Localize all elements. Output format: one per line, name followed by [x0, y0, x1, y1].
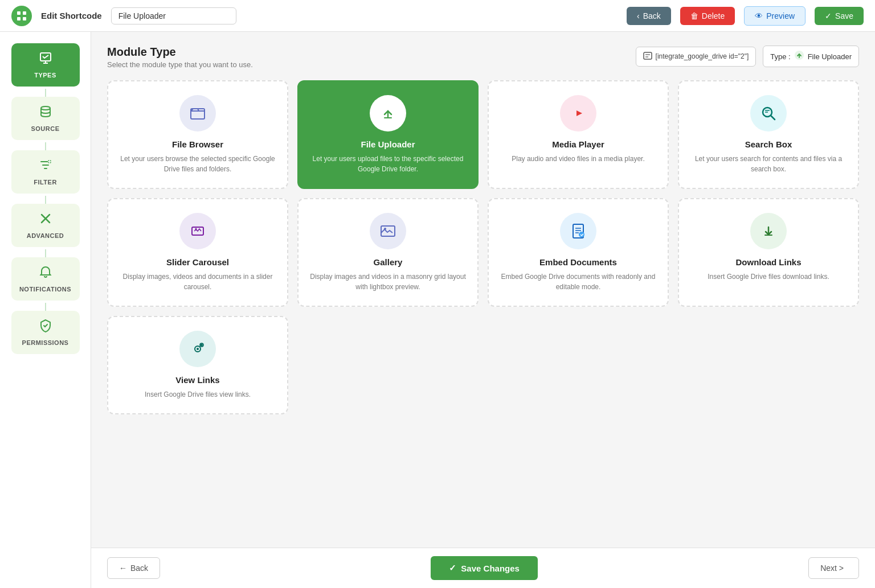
- module-type-title: Module Type: [107, 46, 253, 59]
- file-browser-icon: [179, 95, 216, 131]
- card-slider-carousel[interactable]: Slider Carousel Display images, videos a…: [107, 198, 288, 307]
- svg-point-28: [195, 228, 197, 230]
- svg-point-30: [384, 228, 386, 230]
- connector-2: [45, 142, 46, 150]
- types-label: TYPES: [34, 72, 56, 79]
- permissions-label: PERMISSIONS: [22, 339, 69, 346]
- card-download-links[interactable]: Download Links Insert Google Drive files…: [678, 198, 859, 307]
- notifications-icon: [39, 265, 52, 282]
- checkmark-icon: ✓: [449, 563, 456, 573]
- type-value: File Uploader: [808, 52, 852, 61]
- card-gallery[interactable]: Gallery Display images and videos in a m…: [297, 198, 479, 307]
- sidebar-item-types[interactable]: TYPES: [11, 43, 80, 87]
- embed-documents-title: Embed Documents: [539, 257, 617, 267]
- card-embed-documents[interactable]: Embed Documents Embed Google Drive docum…: [488, 198, 669, 307]
- card-file-uploader[interactable]: File Uploader Let your users upload file…: [297, 80, 479, 189]
- source-label: SOURCE: [31, 125, 59, 132]
- app-logo: [11, 6, 32, 26]
- advanced-label: ADVANCED: [27, 232, 64, 239]
- cards-grid: File Browser Let your users browse the s…: [107, 80, 859, 414]
- sidebar-item-advanced[interactable]: ADVANCED: [11, 204, 80, 247]
- sidebar-item-permissions[interactable]: PERMISSIONS: [11, 311, 80, 354]
- slider-carousel-title: Slider Carousel: [166, 257, 229, 267]
- top-header: Edit Shortcode ‹ Back 🗑 Delete 👁 Preview…: [0, 0, 875, 32]
- header-back-button[interactable]: ‹ Back: [627, 7, 671, 25]
- svg-point-7: [41, 106, 50, 110]
- file-browser-desc: Let your users browse the selected speci…: [117, 154, 278, 174]
- svg-rect-1: [23, 11, 26, 15]
- cloud-upload-icon: [794, 50, 804, 63]
- media-player-icon: [560, 95, 596, 131]
- view-links-icon: [179, 331, 216, 367]
- card-file-browser[interactable]: File Browser Let your users browse the s…: [107, 80, 288, 189]
- sidebar-item-filter[interactable]: FILTER: [11, 150, 80, 194]
- gallery-title: Gallery: [374, 257, 403, 267]
- media-player-title: Media Player: [552, 139, 604, 149]
- sidebar: TYPES SOURCE: [0, 32, 91, 588]
- svg-rect-13: [644, 52, 652, 59]
- header-save-button[interactable]: ✓ Save: [815, 7, 864, 25]
- svg-rect-18: [191, 109, 205, 119]
- check-icon: ✓: [825, 11, 832, 20]
- filter-label: FILTER: [34, 179, 57, 186]
- svg-rect-3: [23, 17, 26, 20]
- gallery-desc: Display images and videos in a masonry g…: [308, 272, 468, 292]
- type-badge: Type : File Uploader: [763, 46, 859, 67]
- notifications-label: NOTIFICATIONS: [19, 286, 71, 293]
- module-meta: [integrate_google_drive id="2"] Type : F…: [636, 46, 859, 67]
- bottom-next-button[interactable]: Next >: [808, 557, 859, 579]
- shortcode-icon: [643, 51, 652, 62]
- svg-rect-0: [17, 11, 21, 15]
- source-icon: [39, 105, 52, 122]
- connector-4: [45, 249, 46, 257]
- connector-3: [45, 196, 46, 204]
- svg-rect-2: [17, 17, 21, 20]
- connector-1: [45, 89, 46, 97]
- header-delete-button[interactable]: 🗑 Delete: [680, 7, 735, 25]
- view-links-title: View Links: [175, 375, 219, 385]
- permissions-icon: [39, 319, 52, 336]
- file-uploader-title: File Uploader: [361, 139, 415, 149]
- file-uploader-icon: [370, 95, 406, 131]
- card-view-links[interactable]: View Links Insert Google Drive files vie…: [107, 316, 288, 414]
- svg-line-24: [771, 116, 775, 120]
- svg-point-39: [197, 348, 199, 350]
- svg-point-35: [579, 232, 584, 237]
- download-links-title: Download Links: [735, 257, 801, 267]
- module-type-subtitle: Select the module type that you want to …: [107, 60, 253, 69]
- main-layout: TYPES SOURCE: [0, 32, 875, 588]
- filter-icon: [39, 158, 52, 175]
- content-main: Module Type Select the module type that …: [91, 32, 875, 548]
- save-changes-button[interactable]: ✓ Save Changes: [431, 556, 538, 580]
- search-box-title: Search Box: [745, 139, 792, 149]
- file-uploader-desc: Let your users upload files to the speci…: [308, 154, 468, 174]
- bottom-back-button[interactable]: ← Back: [107, 557, 160, 579]
- slider-carousel-desc: Display images, videos and documents in …: [117, 272, 278, 292]
- search-box-desc: Let your users search for contents and f…: [688, 154, 849, 174]
- content-area: Module Type Select the module type that …: [91, 32, 875, 588]
- page-title: Edit Shortcode: [41, 11, 102, 20]
- eye-icon: 👁: [755, 11, 763, 20]
- chevron-left-icon: ‹: [637, 11, 640, 20]
- gallery-icon: [370, 213, 406, 249]
- module-title-section: Module Type Select the module type that …: [107, 46, 253, 69]
- card-search-box[interactable]: Search Box Let your users search for con…: [678, 80, 859, 189]
- bottom-bar: ← Back ✓ Save Changes Next >: [91, 548, 875, 588]
- download-links-desc: Insert Google Drive files download links…: [708, 272, 829, 282]
- shortcode-text: [integrate_google_drive id="2"]: [656, 52, 749, 60]
- sidebar-item-notifications[interactable]: NOTIFICATIONS: [11, 257, 80, 301]
- header-preview-button[interactable]: 👁 Preview: [744, 6, 806, 26]
- connector-5: [45, 303, 46, 311]
- module-header: Module Type Select the module type that …: [107, 46, 859, 69]
- arrow-left-icon: ←: [119, 564, 127, 573]
- card-media-player[interactable]: Media Player Play audio and video files …: [488, 80, 669, 189]
- type-label: Type :: [770, 52, 790, 61]
- trash-icon: 🗑: [690, 11, 698, 20]
- view-links-desc: Insert Google Drive files view links.: [145, 389, 251, 400]
- search-box-icon: [750, 95, 787, 131]
- sidebar-item-source[interactable]: SOURCE: [11, 97, 80, 140]
- embed-documents-desc: Embed Google Drive documents with readon…: [498, 272, 659, 292]
- types-icon: [39, 51, 52, 68]
- shortcode-name-input[interactable]: [111, 7, 236, 24]
- media-player-desc: Play audio and video files in a media pl…: [512, 154, 644, 164]
